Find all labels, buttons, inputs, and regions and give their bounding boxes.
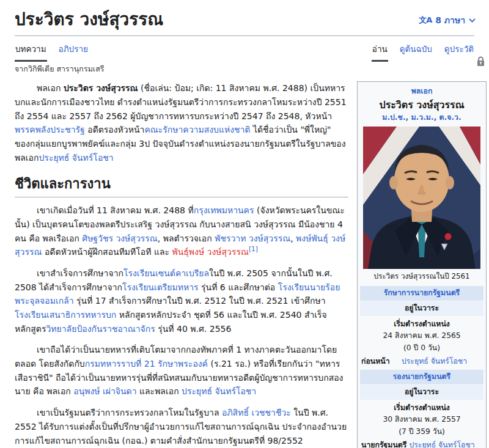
wiki-link[interactable]: วิทยาลัยป้องกันราชอาณาจักร [46, 324, 155, 334]
chevron-down-icon [469, 18, 476, 23]
wiki-link[interactable]: อนุพงษ์ เผ่าจินดา [73, 386, 136, 396]
wiki-link[interactable]: ประยุทธ์ จันทร์โอชา [182, 386, 256, 396]
office-detail-value-link[interactable]: ประยุทธ์ จันทร์โอชา [399, 357, 467, 365]
infobox-officeholder: พลเอก ประวิตร วงษ์สุวรรณ ม.ป.ช., ม.ว.ม.,… [357, 81, 487, 448]
subject-bold-text: ประวิตร วงษ์สุวรรณ [64, 83, 138, 93]
reference-sup: [1] [249, 246, 258, 253]
header-divider [15, 35, 474, 36]
page-header: ประวิตร วงษ์สุวรรณ 文A 8 ภาษา [0, 0, 489, 36]
wiki-link[interactable]: พรรคพลังประชารัฐ [15, 125, 85, 134]
office-term-dates: 24 สิงหาคม พ.ศ. 2565 [360, 330, 483, 342]
wiki-link[interactable]: ศิษฐวัชร วงษ์สุวรรณ [82, 233, 158, 243]
wiki-link[interactable]: กรุงเทพมหานคร [194, 205, 254, 215]
site-tagline: จากวิกิพีเดีย สารานุกรมเสรี [0, 62, 489, 75]
office-title-link[interactable]: รองนายกรัฐมนตรี [393, 372, 450, 381]
wikipedia-page: ประวิตร วงษ์สุวรรณ 文A 8 ภาษา บทความอภิปร… [0, 0, 489, 448]
office-status: อยู่ในวาระ [360, 301, 483, 316]
tab-right-ดูประวัติ[interactable]: ดูประวัติ [444, 40, 474, 62]
portrait-photo [363, 127, 480, 269]
infobox-offices: รักษาการนายกรัฐมนตรีอยู่ในวาระเริ่มดำรงต… [360, 286, 483, 448]
office-term-label: เริ่มดำรงตำแหน่ง [360, 317, 483, 330]
infobox-honors-links[interactable]: ม.ป.ช., ม.ว.ม., ต.จ.ว. [360, 112, 483, 127]
wiki-link[interactable]: ประยุทธ์ จันทร์โอชา [39, 153, 113, 163]
office-term-label: เริ่มดำรงตำแหน่ง [360, 400, 483, 414]
office-term-duration: (0 ปี 0 วัน) [360, 342, 483, 354]
section-heading: ชีวิตและการงาน [15, 173, 348, 197]
reference-link[interactable]: [1] [249, 246, 258, 253]
wiki-link[interactable]: โรงเรียนเตรียมทหาร [122, 282, 199, 292]
right-tabs: อ่านดูต้นฉบับดูประวัติ [372, 40, 474, 62]
tab-right-อ่าน[interactable]: อ่าน [372, 40, 388, 62]
office-detail-label: นายกรัฐมนตรี [361, 441, 406, 448]
left-tabs: บทความอภิปราย [15, 40, 89, 62]
wiki-link[interactable]: คณะรักษาความสงบแห่งชาติ [144, 125, 250, 134]
infobox-name: ประวิตร วงษ์สุวรรณ [360, 97, 483, 112]
office-title-link[interactable]: รักษาการนายกรัฐมนตรี [384, 288, 460, 297]
photo-caption: ประวิตร วงษ์สุวรรณในปี 2561 [360, 269, 483, 285]
office-title-bar: รักษาการนายกรัฐมนตรี [360, 286, 483, 301]
translate-icon: 文A [419, 15, 432, 26]
wiki-link[interactable]: โรงเรียนเสนาธิการทหารบก [15, 310, 116, 320]
infobox-rank-link[interactable]: พลเอก [360, 84, 483, 97]
wiki-link[interactable]: กรมทหารราบที่ 21 รักษาพระองค์ [85, 359, 208, 369]
tab-right-ดูต้นฉบับ[interactable]: ดูต้นฉบับ [399, 40, 433, 62]
office-title-bar: รองนายกรัฐมนตรี [360, 370, 483, 384]
tab-left-อภิปราย[interactable]: อภิปราย [58, 40, 89, 62]
wiki-link[interactable]: โรงเรียนเซนต์คาเบรียล [123, 268, 209, 278]
wiki-link[interactable]: อภิสิทธิ์ เวชชาชีวะ [222, 408, 291, 417]
office-detail-row: นายกรัฐมนตรี ประยุทธ์ จันทร์โอชา [360, 438, 483, 448]
wiki-link[interactable]: พัชรวาท วงษ์สุวรรณ [215, 233, 290, 243]
language-selector-button[interactable]: 文A 8 ภาษา [419, 13, 476, 27]
page-title: ประวิตร วงษ์สุวรรณ [15, 9, 474, 31]
article-content: พลเอก ประวิตร วงษ์สุวรรณ ม.ป.ช., ม.ว.ม.,… [0, 75, 489, 448]
office-detail-value-link[interactable]: ประยุทธ์ จันทร์โอชา [406, 441, 474, 448]
page-protection-lock-icon[interactable] [476, 56, 485, 69]
office-term-duration: (7 ปี 359 วัน) [360, 426, 483, 438]
tab-bar: บทความอภิปราย อ่านดูต้นฉบับดูประวัติ [0, 40, 489, 62]
office-detail-label: ก่อนหน้า [361, 356, 399, 367]
tab-left-บทความ[interactable]: บทความ [15, 40, 47, 62]
office-status: อยู่ในวาระ [360, 385, 483, 400]
office-detail-row: ก่อนหน้า ประยุทธ์ จันทร์โอชา [360, 354, 483, 369]
wiki-red-link[interactable]: พันธุ์พงษ์ วงษ์สุวรรณ [172, 247, 249, 257]
office-term-dates: 30 สิงหาคม พ.ศ. 2557 [360, 414, 483, 426]
language-count-label: 8 ภาษา [435, 13, 465, 27]
